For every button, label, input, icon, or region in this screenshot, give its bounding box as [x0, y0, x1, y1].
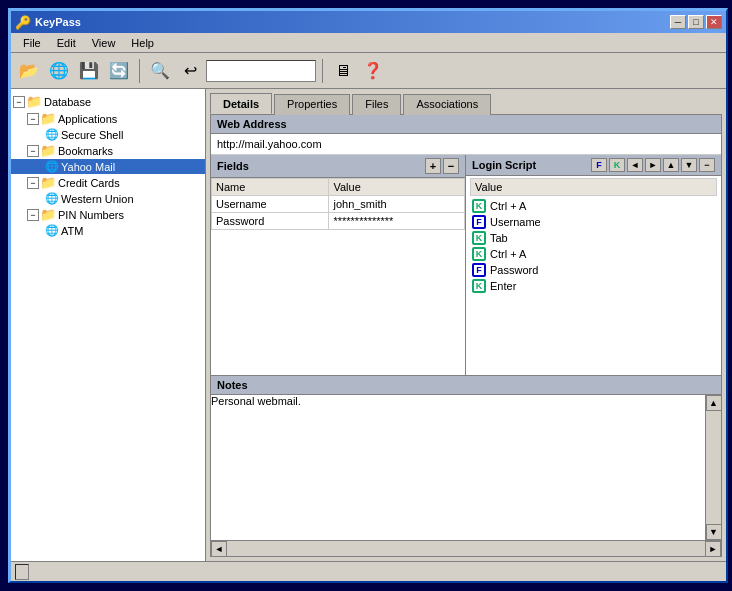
tree-item-bookmarks[interactable]: − 📁 Bookmarks: [11, 142, 205, 159]
toolbar-separator: [139, 59, 140, 83]
content-panel: Details Properties Files Associations We…: [206, 89, 726, 561]
tree-item-pin-numbers[interactable]: − 📁 PIN Numbers: [11, 206, 205, 223]
menu-edit[interactable]: Edit: [49, 35, 84, 51]
col-name: Name: [212, 179, 329, 196]
globe-icon-secure-shell: 🌐: [45, 128, 59, 141]
list-item[interactable]: K Ctrl + A: [470, 246, 717, 262]
globe-icon-yahoo-mail: 🌐: [45, 160, 59, 173]
tree-item-yahoo-mail[interactable]: 🌐 Yahoo Mail: [11, 159, 205, 174]
search-input[interactable]: [206, 60, 316, 82]
tree-toggle-pin-numbers[interactable]: −: [27, 209, 39, 221]
tree-toggle-applications[interactable]: −: [27, 113, 39, 125]
tree-label-credit-cards: Credit Cards: [58, 177, 120, 189]
fields-header: Fields + −: [211, 155, 465, 178]
tree-label-bookmarks: Bookmarks: [58, 145, 113, 157]
tree-label-yahoo-mail: Yahoo Mail: [61, 161, 115, 173]
tree-item-secure-shell[interactable]: 🌐 Secure Shell: [11, 127, 205, 142]
toolbar-separator-2: [322, 59, 323, 83]
tree-item-western-union[interactable]: 🌐 Western Union: [11, 191, 205, 206]
tab-details[interactable]: Details: [210, 93, 272, 114]
ls-step-2: Tab: [490, 232, 508, 244]
ls-btn-next[interactable]: ►: [645, 158, 661, 172]
main-area: − 📁 Database − 📁 Applications 🌐 Secure S…: [11, 89, 726, 561]
help-button[interactable]: ❓: [359, 57, 387, 85]
scroll-up-arrow[interactable]: ▲: [706, 395, 722, 411]
web-address-input[interactable]: [217, 138, 715, 150]
tree-toggle-database[interactable]: −: [13, 96, 25, 108]
ls-step-1: Username: [490, 216, 541, 228]
status-bar: [11, 561, 726, 581]
folder-icon-database: 📁: [26, 94, 42, 109]
scroll-down-arrow[interactable]: ▼: [706, 524, 722, 540]
tree-label-pin-numbers: PIN Numbers: [58, 209, 124, 221]
notes-body-area: Personal webmail. ▲ ▼: [211, 395, 721, 540]
main-window: 🔑 KeyPass ─ □ ✕ File Edit View Help 📂 🌐 …: [8, 8, 728, 583]
list-item[interactable]: K Ctrl + A: [470, 198, 717, 214]
globe-button[interactable]: 🌐: [45, 57, 73, 85]
tree-toggle-credit-cards[interactable]: −: [27, 177, 39, 189]
tab-associations[interactable]: Associations: [403, 94, 491, 115]
list-item[interactable]: K Tab: [470, 230, 717, 246]
tabs-bar: Details Properties Files Associations: [206, 89, 726, 114]
f-badge-4: F: [472, 263, 486, 277]
refresh-button[interactable]: 🔄: [105, 57, 133, 85]
tab-properties[interactable]: Properties: [274, 94, 350, 115]
menu-bar: File Edit View Help: [11, 33, 726, 53]
save-button[interactable]: 💾: [75, 57, 103, 85]
remove-field-button[interactable]: −: [443, 158, 459, 174]
field-value-password: **************: [329, 213, 465, 230]
tree-item-credit-cards[interactable]: − 📁 Credit Cards: [11, 174, 205, 191]
k-badge-5: K: [472, 279, 486, 293]
scroll-right-arrow[interactable]: ►: [705, 541, 721, 557]
notes-scrollbar: ▲ ▼: [705, 395, 721, 540]
ls-btn-prev[interactable]: ◄: [627, 158, 643, 172]
status-segment: [15, 564, 29, 580]
table-row[interactable]: Password **************: [212, 213, 465, 230]
globe-icon-western-union: 🌐: [45, 192, 59, 205]
tree-item-atm[interactable]: 🌐 ATM: [11, 223, 205, 238]
menu-help[interactable]: Help: [123, 35, 162, 51]
web-address-row: [211, 134, 721, 155]
web-address-header: Web Address: [211, 115, 721, 134]
ls-btn-minus[interactable]: −: [699, 158, 715, 172]
ls-step-0: Ctrl + A: [490, 200, 526, 212]
maximize-button[interactable]: □: [688, 15, 704, 29]
fields-table: Name Value Username john_smith: [211, 178, 465, 375]
tree-item-applications[interactable]: − 📁 Applications: [11, 110, 205, 127]
list-item[interactable]: F Password: [470, 262, 717, 278]
tab-content-details: Web Address Fields + −: [210, 114, 722, 557]
ls-step-5: Enter: [490, 280, 516, 292]
tree-item-database[interactable]: − 📁 Database: [11, 93, 205, 110]
menu-view[interactable]: View: [84, 35, 124, 51]
ls-btn-up[interactable]: ▲: [663, 158, 679, 172]
bottom-scrollbar: ◄ ►: [211, 540, 721, 556]
list-item[interactable]: F Username: [470, 214, 717, 230]
window-controls: ─ □ ✕: [670, 15, 722, 29]
login-script-header: Login Script F K ◄ ► ▲ ▼ −: [466, 155, 721, 176]
login-script-panel: Login Script F K ◄ ► ▲ ▼ − Value: [466, 155, 721, 375]
k-badge-2: K: [472, 231, 486, 245]
tree-label-western-union: Western Union: [61, 193, 134, 205]
open-folder-button[interactable]: 📂: [15, 57, 43, 85]
notes-header: Notes: [211, 376, 721, 395]
scroll-track[interactable]: [227, 541, 705, 557]
add-field-button[interactable]: +: [425, 158, 441, 174]
notes-body: Personal webmail.: [211, 395, 705, 540]
close-button[interactable]: ✕: [706, 15, 722, 29]
search-button[interactable]: 🔍: [146, 57, 174, 85]
tab-files[interactable]: Files: [352, 94, 401, 115]
menu-file[interactable]: File: [15, 35, 49, 51]
ls-btn-down[interactable]: ▼: [681, 158, 697, 172]
ls-btn-f[interactable]: F: [591, 158, 607, 172]
monitor-button[interactable]: 🖥: [329, 57, 357, 85]
list-item[interactable]: K Enter: [470, 278, 717, 294]
table-row[interactable]: Username john_smith: [212, 196, 465, 213]
minimize-button[interactable]: ─: [670, 15, 686, 29]
col-value: Value: [329, 179, 465, 196]
ls-btn-k[interactable]: K: [609, 158, 625, 172]
tree-toggle-bookmarks[interactable]: −: [27, 145, 39, 157]
notes-textarea[interactable]: Personal webmail.: [211, 395, 705, 540]
login-script-label: Login Script: [472, 159, 589, 171]
scroll-left-arrow[interactable]: ◄: [211, 541, 227, 557]
back-button[interactable]: ↩: [176, 57, 204, 85]
